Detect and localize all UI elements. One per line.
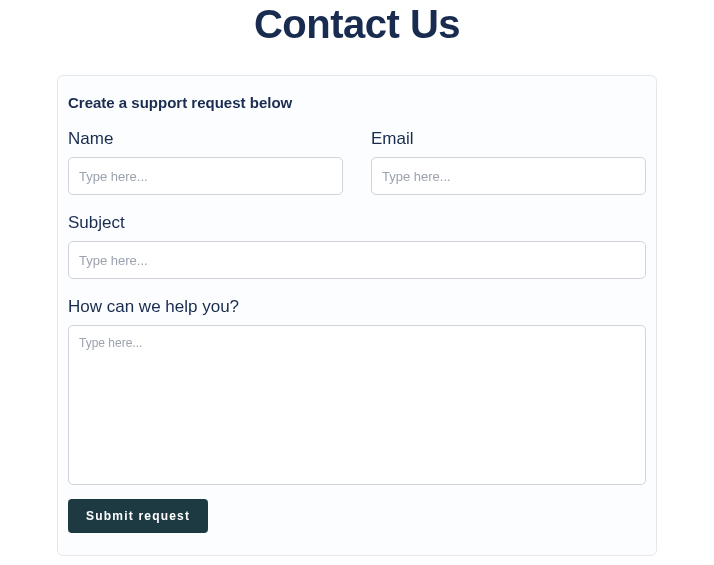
subject-input[interactable]	[68, 241, 646, 279]
support-request-card: Create a support request below Name Emai…	[57, 75, 657, 556]
message-label: How can we help you?	[68, 297, 646, 317]
email-input[interactable]	[371, 157, 646, 195]
name-label: Name	[68, 129, 343, 149]
field-name: Name	[68, 129, 343, 195]
message-textarea[interactable]	[68, 325, 646, 485]
row-name-email: Name Email	[68, 129, 646, 195]
field-message: How can we help you?	[68, 297, 646, 485]
page-title: Contact Us	[0, 2, 714, 47]
field-subject: Subject	[68, 213, 646, 279]
card-title: Create a support request below	[68, 94, 646, 111]
email-label: Email	[371, 129, 646, 149]
subject-label: Subject	[68, 213, 646, 233]
name-input[interactable]	[68, 157, 343, 195]
submit-request-button[interactable]: Submit request	[68, 499, 208, 533]
field-email: Email	[371, 129, 646, 195]
